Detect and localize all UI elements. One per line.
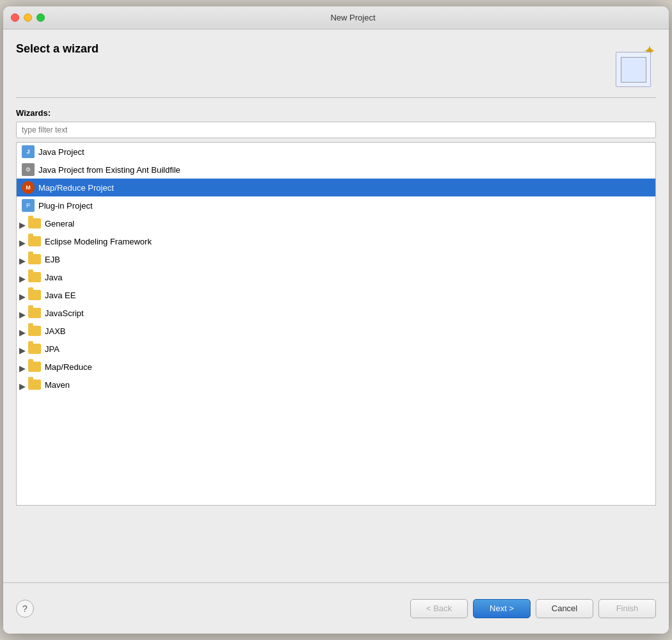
- list-item[interactable]: MMap/Reduce Project: [17, 179, 655, 196]
- list-item[interactable]: PPlug-in Project: [17, 196, 655, 214]
- list-item[interactable]: ▶Java: [17, 268, 655, 286]
- list-item-label: EJB: [45, 255, 60, 264]
- list-item-label: Map/Reduce: [45, 362, 92, 372]
- list-item-label: Maven: [45, 380, 70, 390]
- folder-icon: [28, 218, 41, 228]
- folder-icon: [28, 344, 41, 354]
- maximize-button[interactable]: [36, 13, 45, 22]
- list-item[interactable]: ▶Java EE: [17, 286, 655, 304]
- footer-buttons: < Back Next > Cancel Finish: [410, 599, 656, 618]
- wizard-list-container: JJava Project⚙Java Project from Existing…: [16, 142, 656, 506]
- list-item-label: General: [45, 219, 74, 228]
- folder-icon: [28, 362, 41, 372]
- footer: ? < Back Next > Cancel Finish: [3, 582, 669, 634]
- folder-icon: [28, 326, 41, 336]
- list-item[interactable]: ▶Maven: [17, 376, 655, 394]
- expand-arrow-icon: ▶: [19, 256, 26, 262]
- title-bar: New Project: [3, 6, 669, 29]
- expand-arrow-icon: ▶: [19, 292, 26, 298]
- list-item[interactable]: ▶Eclipse Modeling Framework: [17, 232, 655, 250]
- list-item[interactable]: ▶General: [17, 214, 655, 232]
- list-item[interactable]: ▶JavaScript: [17, 304, 655, 322]
- folder-icon: [28, 236, 41, 246]
- list-item-label: Java EE: [45, 291, 76, 300]
- back-button[interactable]: < Back: [410, 599, 468, 618]
- wizard-icon-inner: [621, 57, 646, 83]
- list-item-label: Map/Reduce Project: [38, 183, 114, 193]
- list-item[interactable]: ⚙Java Project from Existing Ant Buildfil…: [17, 161, 655, 179]
- finish-button[interactable]: Finish: [598, 599, 656, 618]
- expand-arrow-icon: ▶: [19, 220, 26, 227]
- page-title: Select a wizard: [16, 42, 99, 56]
- filter-input[interactable]: [16, 122, 656, 138]
- folder-icon: [28, 380, 41, 390]
- list-item-label: JPA: [45, 344, 60, 354]
- folder-icon: [28, 254, 41, 264]
- wizards-section: Wizards: JJava Project⚙Java Project from…: [16, 108, 656, 506]
- wizard-icon: [616, 52, 651, 87]
- expand-arrow-icon: ▶: [19, 274, 26, 280]
- wizard-list: JJava Project⚙Java Project from Existing…: [17, 143, 655, 505]
- expand-arrow-icon: ▶: [19, 310, 26, 316]
- expand-arrow-icon: ▶: [19, 381, 26, 388]
- list-item[interactable]: ▶JAXB: [17, 322, 655, 340]
- ant-project-icon: ⚙: [22, 163, 35, 176]
- list-item-label: Java: [45, 273, 62, 282]
- list-item-label: Java Project: [38, 147, 84, 157]
- header-icon: ✦: [605, 42, 656, 87]
- list-item-label: JAXB: [45, 326, 66, 336]
- folder-icon: [28, 308, 41, 318]
- list-item-label: Eclipse Modeling Framework: [45, 237, 152, 246]
- close-button[interactable]: [11, 13, 19, 22]
- list-item-label: Java Project from Existing Ant Buildfile: [38, 165, 180, 175]
- next-button[interactable]: Next >: [473, 599, 531, 618]
- traffic-lights: [11, 13, 45, 22]
- list-item[interactable]: JJava Project: [17, 143, 655, 161]
- list-item[interactable]: ▶JPA: [17, 340, 655, 358]
- minimize-button[interactable]: [24, 13, 32, 22]
- java-project-icon: J: [22, 145, 35, 158]
- expand-arrow-icon: ▶: [19, 346, 26, 352]
- list-item[interactable]: ▶Map/Reduce: [17, 358, 655, 376]
- cancel-button[interactable]: Cancel: [536, 599, 593, 618]
- bottom-spacer: [16, 506, 656, 582]
- footer-left: ?: [16, 600, 34, 618]
- wizards-label: Wizards:: [16, 108, 656, 118]
- list-item[interactable]: ▶EJB: [17, 250, 655, 268]
- new-project-dialog: New Project Select a wizard ✦ Wizards:: [3, 6, 669, 634]
- expand-arrow-icon: ▶: [19, 238, 26, 244]
- mapreduce-project-icon: M: [22, 181, 35, 194]
- folder-icon: [28, 272, 41, 282]
- expand-arrow-icon: ▶: [19, 364, 26, 370]
- plugin-project-icon: P: [22, 199, 35, 212]
- list-item-label: Plug-in Project: [38, 201, 93, 211]
- folder-icon: [28, 290, 41, 300]
- header-section: Select a wizard ✦: [16, 42, 656, 98]
- window-title: New Project: [45, 13, 661, 22]
- list-item-label: JavaScript: [45, 308, 84, 318]
- expand-arrow-icon: ▶: [19, 328, 26, 334]
- main-content: Select a wizard ✦ Wizards: JJava Project…: [3, 29, 669, 582]
- filter-container: [16, 122, 656, 138]
- help-button[interactable]: ?: [16, 600, 34, 618]
